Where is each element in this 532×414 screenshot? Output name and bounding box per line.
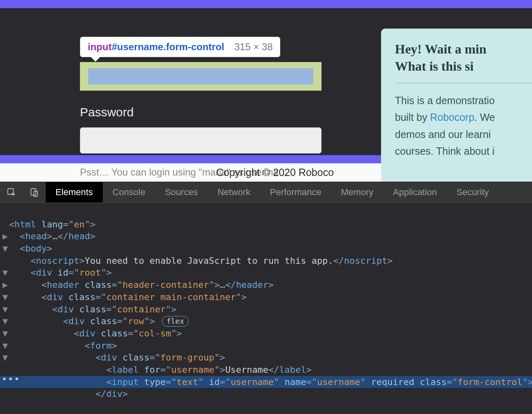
- robocorp-link[interactable]: Robocorp: [430, 111, 474, 123]
- tooltip-id: #username: [112, 41, 164, 52]
- devtools-tab-application[interactable]: Application: [383, 182, 447, 203]
- copyright-text: Copyright © 2020 Roboco: [216, 167, 334, 178]
- username-input-highlight: [80, 62, 321, 91]
- dom-node[interactable]: [11, 206, 532, 218]
- dom-node[interactable]: <form>: [11, 340, 532, 352]
- devtools-tab-memory[interactable]: Memory: [331, 182, 383, 203]
- dom-node[interactable]: <div class="row"> flex: [11, 315, 532, 327]
- tooltip-dimensions: 315 × 38: [234, 41, 273, 52]
- dom-node[interactable]: <noscript>You need to enable JavaScript …: [11, 255, 532, 267]
- dom-node-selected[interactable]: <input type="text" id="username" name="u…: [0, 376, 532, 388]
- device-toolbar-icon[interactable]: [23, 182, 46, 203]
- devtools-tab-console[interactable]: Console: [103, 182, 155, 203]
- dom-node[interactable]: <body>: [11, 243, 532, 255]
- devtools-tab-security[interactable]: Security: [447, 182, 499, 203]
- username-input[interactable]: [88, 68, 313, 85]
- dom-node[interactable]: <label for="username">Username</label>: [11, 364, 532, 376]
- password-input[interactable]: [80, 127, 321, 154]
- element-inspect-tooltip: input#username.form-control 315 × 38: [80, 37, 280, 57]
- devtools-tab-sources[interactable]: Sources: [155, 182, 208, 203]
- header-bar: [0, 0, 532, 8]
- dom-node[interactable]: <div class="container main-container">: [11, 291, 532, 303]
- dom-node[interactable]: <head>…</head>: [11, 230, 532, 243]
- svg-rect-11: [31, 189, 36, 195]
- dom-node[interactable]: <html lang="en">: [11, 218, 532, 231]
- dom-node[interactable]: <header class="header-container">…</head…: [11, 279, 532, 291]
- info-card-heading: Hey! Wait a min What is this si: [395, 41, 532, 75]
- devtools-tab-network[interactable]: Network: [208, 182, 260, 203]
- dom-node[interactable]: <div class="form-group">: [11, 352, 532, 364]
- page-viewport: input#username.form-control 315 × 38 Pas…: [0, 0, 532, 182]
- devtools-panel: ElementsConsoleSourcesNetworkPerformance…: [0, 182, 532, 414]
- devtools-tab-elements[interactable]: Elements: [46, 182, 103, 203]
- tooltip-tag: input: [88, 41, 112, 52]
- info-card-body: This is a demonstratio built by Robocorp…: [395, 92, 532, 160]
- dom-node[interactable]: </div>: [11, 388, 532, 400]
- password-label: Password: [80, 105, 134, 119]
- devtools-tabbar: ElementsConsoleSourcesNetworkPerformance…: [0, 182, 532, 203]
- dom-node[interactable]: <div class="container">: [11, 303, 532, 316]
- devtools-tab-performance[interactable]: Performance: [260, 182, 331, 203]
- elements-dom-tree[interactable]: ••• <html lang="en"> <head>…</head> <bod…: [0, 203, 532, 414]
- dom-node[interactable]: <div id="root">: [11, 267, 532, 279]
- tooltip-class: .form-control: [163, 41, 224, 52]
- gutter-ellipsis-icon: •••: [2, 373, 20, 385]
- info-card-divider: [395, 83, 532, 83]
- inspect-element-icon[interactable]: [0, 182, 23, 203]
- dom-node[interactable]: <div class="col-sm">: [11, 327, 532, 340]
- info-card: Hey! Wait a min What is this si This is …: [381, 29, 532, 182]
